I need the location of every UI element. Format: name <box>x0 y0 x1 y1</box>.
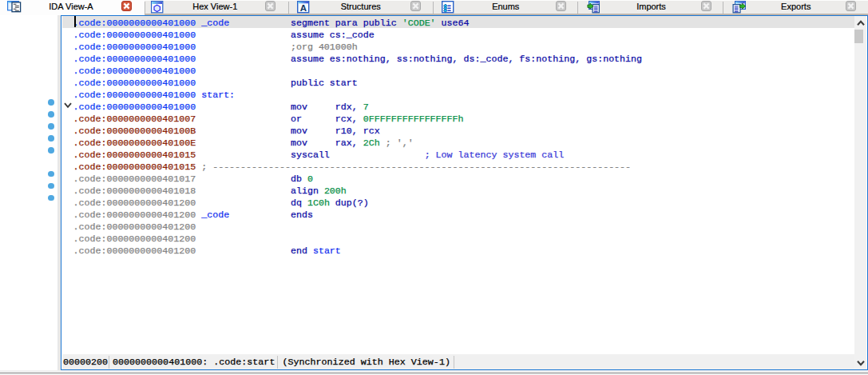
svg-text:A: A <box>299 2 306 12</box>
